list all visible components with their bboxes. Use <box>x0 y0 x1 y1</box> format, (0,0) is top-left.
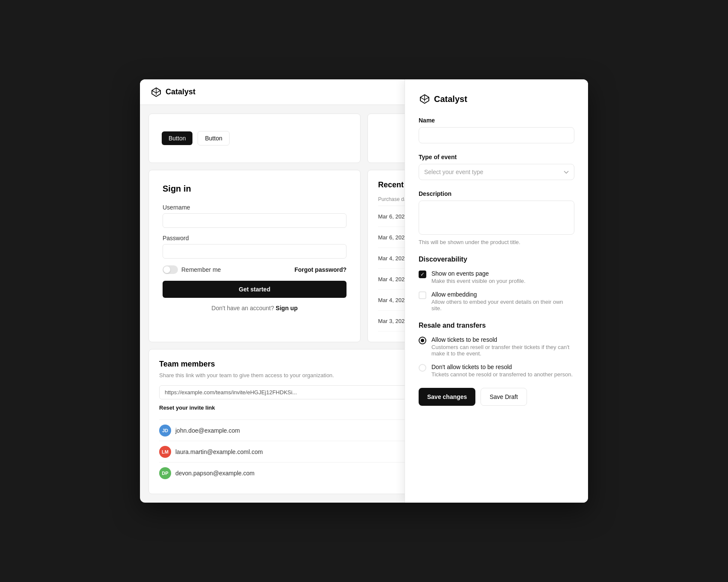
panel-description-textarea[interactable] <box>419 201 574 235</box>
username-label: Username <box>163 204 347 211</box>
no-resale-label: Don't allow tickets to be resold <box>431 364 573 370</box>
panel-name-input[interactable] <box>419 127 574 143</box>
no-resale-text: Don't allow tickets to be resold Tickets… <box>431 364 573 378</box>
show-events-desc: Make this event visible on your profile. <box>431 278 525 284</box>
demo-button-secondary[interactable]: Button <box>198 131 229 146</box>
allow-resale-radio[interactable] <box>419 337 426 344</box>
buttons-demo-card: Button Button <box>149 113 361 163</box>
password-field-group: Password <box>163 235 347 259</box>
show-events-checkbox[interactable] <box>419 271 426 278</box>
panel-logo: Catalyst <box>419 93 574 105</box>
panel-description-section: Description This will be shown under the… <box>419 190 574 245</box>
allow-resale-row: Allow tickets to be resold Customers can… <box>419 336 574 357</box>
remember-label: Remember me <box>181 266 221 273</box>
panel-event-type-section: Type of event Select your event type <box>419 154 574 180</box>
signup-text: Don't have an account? Sign up <box>163 305 347 311</box>
panel-resale-section: Resale and transfers Allow tickets to be… <box>419 322 574 378</box>
no-account-text: Don't have an account? <box>212 305 274 311</box>
save-draft-button[interactable]: Save Draft <box>480 388 527 406</box>
get-started-button[interactable]: Get started <box>163 281 347 298</box>
show-events-row: Show on events page Make this event visi… <box>419 270 574 284</box>
remember-toggle[interactable] <box>163 265 178 274</box>
remember-left: Remember me <box>163 265 221 274</box>
allow-embed-desc: Allow others to embed your event details… <box>431 299 574 311</box>
panel-name-section: Name <box>419 117 574 143</box>
signin-title: Sign in <box>163 184 347 194</box>
remember-row: Remember me Forgot password? <box>163 265 347 274</box>
password-input[interactable] <box>163 244 347 259</box>
allow-resale-label: Allow tickets to be resold <box>431 336 574 343</box>
panel-footer: Save changes Save Draft <box>419 388 574 406</box>
show-events-label: Show on events page <box>431 270 525 277</box>
member-avatar: JD <box>159 425 171 436</box>
save-changes-button[interactable]: Save changes <box>419 388 475 406</box>
side-panel: Catalyst Name Type of event Select your … <box>405 79 588 503</box>
panel-description-hint: This will be shown under the product tit… <box>419 239 574 245</box>
allow-embed-checkbox[interactable] <box>419 291 426 299</box>
member-avatar: LM <box>159 446 171 458</box>
allow-embed-row: Allow embedding Allow others to embed yo… <box>419 291 574 311</box>
no-resale-radio[interactable] <box>419 364 426 372</box>
panel-event-type-label: Type of event <box>419 154 574 160</box>
demo-button-primary[interactable]: Button <box>162 131 192 145</box>
toggle-knob <box>163 266 170 273</box>
discoverability-title: Discoverability <box>419 256 574 263</box>
member-avatar: DP <box>159 467 171 479</box>
allow-resale-text: Allow tickets to be resold Customers can… <box>431 336 574 357</box>
signin-card: Sign in Username Password Remember me Fo… <box>149 170 361 342</box>
panel-description-label: Description <box>419 190 574 197</box>
logo: Catalyst <box>150 86 195 98</box>
member-email: john.doe@example.com <box>175 427 240 434</box>
panel-name-label: Name <box>419 117 574 124</box>
forgot-password-link[interactable]: Forgot password? <box>294 266 347 273</box>
panel-logo-icon <box>419 93 431 105</box>
member-left: DP devon.papson@example.com <box>159 467 254 479</box>
no-resale-row: Don't allow tickets to be resold Tickets… <box>419 364 574 378</box>
panel-event-type-select[interactable]: Select your event type <box>419 164 574 180</box>
resale-title: Resale and transfers <box>419 322 574 329</box>
catalyst-logo-icon <box>150 86 162 98</box>
username-input[interactable] <box>163 213 347 228</box>
username-field-group: Username <box>163 204 347 228</box>
member-left: JD john.doe@example.com <box>159 425 240 436</box>
panel-discoverability-section: Discoverability Show on events page Make… <box>419 256 574 311</box>
allow-resale-desc: Customers can resell or transfer their t… <box>431 344 574 357</box>
member-email: devon.papson@example.com <box>175 470 254 477</box>
member-left: LM laura.martin@example.coml.com <box>159 446 263 458</box>
no-resale-desc: Tickets cannot be resold or transferred … <box>431 371 573 378</box>
allow-embed-text: Allow embedding Allow others to embed yo… <box>431 291 574 311</box>
signup-link[interactable]: Sign up <box>276 305 297 311</box>
member-email: laura.martin@example.coml.com <box>175 448 263 455</box>
allow-embed-label: Allow embedding <box>431 291 574 298</box>
password-label: Password <box>163 235 347 242</box>
show-events-text: Show on events page Make this event visi… <box>431 270 525 284</box>
panel-logo-text: Catalyst <box>434 94 467 104</box>
app-title: Catalyst <box>166 87 195 96</box>
